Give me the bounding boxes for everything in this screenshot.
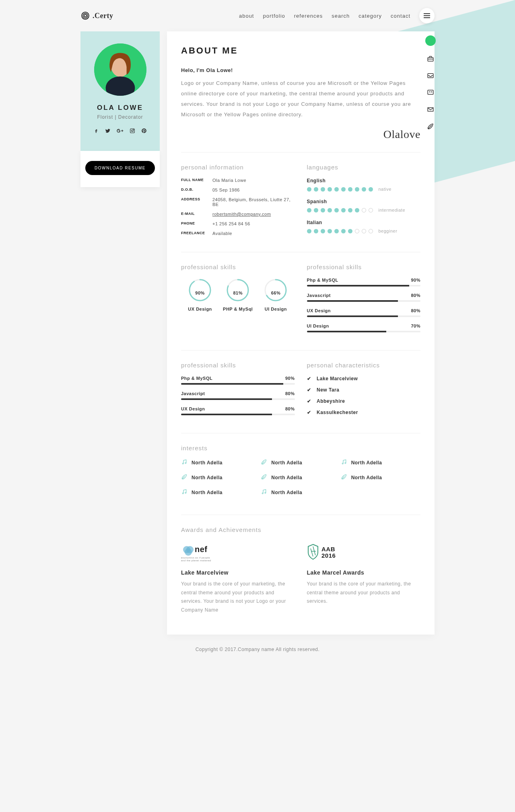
interest-item: North Adella — [181, 474, 261, 481]
award-2: AAB2016 Lake Marcel Awards Your brand is… — [307, 540, 421, 614]
svg-text:and the planet mattered: and the planet mattered — [181, 559, 211, 562]
music-icon — [261, 488, 267, 496]
award-logo-nef: nefeconomics as if peopleand the planet … — [181, 540, 295, 565]
profile-name: OLA LOWE — [87, 104, 154, 112]
divider — [181, 152, 420, 153]
language-item: Spanishintermediate — [307, 199, 421, 212]
svg-point-1 — [83, 13, 88, 18]
svg-point-20 — [342, 463, 343, 464]
divider — [181, 350, 420, 350]
svg-point-22 — [182, 493, 183, 494]
characteristic-item: ✔New Tara — [307, 387, 421, 393]
interest-item: North Adella — [261, 488, 340, 496]
award-2-title: Lake Marcel Awards — [307, 569, 421, 576]
label-fullname: FULL NAME — [181, 178, 212, 183]
nav-references[interactable]: references — [294, 13, 323, 19]
award-1: nefeconomics as if peopleand the planet … — [181, 540, 295, 614]
val-phone: +1 256 254 84 56 — [212, 221, 250, 226]
svg-point-0 — [84, 14, 87, 17]
leaf-icon — [181, 474, 187, 481]
music-icon — [181, 488, 187, 496]
svg-point-21 — [345, 462, 346, 464]
mail-icon[interactable] — [426, 105, 435, 113]
bar-skill: UX Design80% — [307, 308, 421, 317]
svg-point-24 — [262, 493, 264, 494]
divider — [181, 515, 420, 515]
label-dob: D.O.B. — [181, 188, 212, 192]
sidebar: OLA LOWE Florist | Decorator DOWNLOAD RE… — [80, 31, 160, 635]
leaf-icon — [341, 474, 347, 481]
facebook-icon[interactable] — [93, 128, 99, 135]
profile-role: Florist | Decorator — [87, 114, 154, 120]
brand-text: .Certy — [93, 12, 113, 20]
bar-skill: Php & MySQL90% — [181, 376, 295, 385]
inbox-icon[interactable] — [426, 72, 435, 80]
languages-list: EnglishnativeSpanishintermediateItalianb… — [307, 178, 421, 233]
val-email[interactable]: robertsmith@company.com — [212, 212, 271, 216]
interest-item: North Adella — [341, 474, 420, 481]
val-address: 24058, Belgium, Brussels, Liutte 27, BE — [212, 197, 295, 207]
bar-skill: Javascript80% — [307, 293, 421, 302]
interest-item: North Adella — [341, 459, 420, 466]
bar-skill: Php & MySQL90% — [307, 278, 421, 286]
label-freelance: FREELANCE — [181, 231, 212, 236]
page-title: ABOUT ME — [181, 45, 420, 56]
circle-skill: 66%UI Design — [257, 278, 295, 311]
nav-portfolio[interactable]: portfolio — [263, 13, 285, 19]
nav-about[interactable]: about — [239, 13, 254, 19]
section-characteristics: personal characteristics — [307, 362, 421, 369]
nav: about portfolio references search catego… — [239, 8, 435, 23]
music-icon — [341, 459, 347, 466]
side-avatar[interactable] — [425, 35, 436, 46]
circle-skill: 81%PHP & MySql — [219, 278, 257, 311]
instagram-icon[interactable] — [130, 128, 135, 135]
interests-list: North AdellaNorth AdellaNorth AdellaNort… — [181, 459, 420, 503]
svg-point-28 — [185, 548, 192, 556]
nav-search[interactable]: search — [332, 13, 350, 19]
header: .Certy about portfolio references search… — [80, 0, 435, 31]
hamburger-icon — [424, 13, 430, 18]
svg-point-25 — [265, 492, 266, 493]
award-1-desc: Your brand is the core of your marketing… — [181, 580, 295, 614]
section-pro-skills-bars1: professional skills — [307, 264, 421, 270]
intro-hello: Helo, I'm Ola Lowe! — [181, 67, 420, 73]
footer: Copyright © 2017.Company name All rights… — [80, 635, 435, 664]
svg-point-7 — [132, 130, 134, 132]
download-resume-button[interactable]: DOWNLOAD RESUME — [85, 161, 155, 175]
bar-skill: UI Design70% — [307, 324, 421, 332]
svg-point-8 — [134, 129, 134, 130]
logo[interactable]: .Certy — [80, 11, 113, 21]
pinterest-icon[interactable] — [141, 128, 147, 135]
main-content: ABOUT ME Helo, I'm Ola Lowe! Logo or you… — [167, 31, 435, 635]
twitter-icon[interactable] — [105, 128, 111, 135]
nav-contact[interactable]: contact — [391, 13, 410, 19]
val-freelance: Available — [212, 231, 232, 236]
val-fullname: Ola Maria Lowe — [212, 178, 246, 183]
bar-skills-1: Php & MySQL90%Javascript80%UX Design80%U… — [307, 278, 421, 332]
svg-text:nef: nef — [195, 545, 208, 554]
feather-icon[interactable] — [426, 122, 435, 130]
svg-text:economics as if people: economics as if people — [181, 556, 210, 559]
check-icon: ✔ — [307, 398, 311, 404]
section-personal-info: personal information — [181, 164, 295, 171]
svg-point-19 — [185, 462, 186, 464]
svg-point-18 — [182, 463, 183, 464]
label-phone: PHONE — [181, 221, 212, 226]
briefcase-icon[interactable] — [426, 55, 435, 63]
val-dob: 05 Sep 1986 — [212, 188, 240, 192]
section-pro-skills-circles: professional skills — [181, 264, 295, 270]
divider — [181, 252, 420, 252]
quote-icon[interactable] — [426, 89, 435, 97]
characteristics-list: ✔Lake Marcelview✔New Tara✔Abbeyshire✔Kas… — [307, 376, 421, 415]
leaf-icon — [261, 474, 267, 481]
menu-button[interactable] — [419, 8, 435, 23]
language-item: Italianbegginer — [307, 220, 421, 233]
fingerprint-icon — [80, 11, 90, 21]
nav-category[interactable]: category — [358, 13, 382, 19]
section-pro-skills-bars2: professional skills — [181, 362, 295, 369]
label-address: ADDRESS — [181, 197, 212, 207]
check-icon: ✔ — [307, 410, 311, 415]
divider — [181, 433, 420, 433]
svg-point-13 — [190, 280, 210, 301]
googleplus-icon[interactable] — [116, 128, 124, 135]
